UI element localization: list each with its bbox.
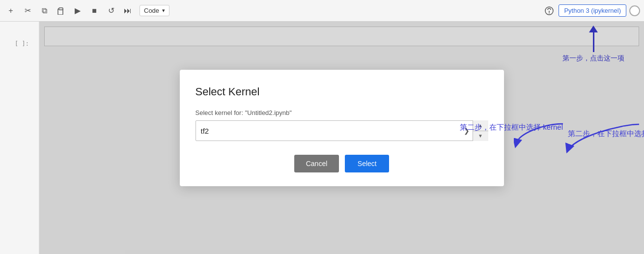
kernel-dropdown[interactable]: tf2 Python 3 (ipykernel) Python 3 — [196, 120, 488, 141]
stop-button[interactable]: ■ — [87, 4, 101, 18]
dialog-subtitle: Select kernel for: "Untitled2.ipynb" — [196, 109, 488, 116]
restart-button[interactable]: ↺ — [104, 4, 118, 18]
kernel-select-wrapper: tf2 Python 3 (ipykernel) Python 3 ❯ ▲ ▼ — [196, 120, 488, 141]
toolbar: + ✂ ⧉ ▶ ■ ↺ ⏭ Code ▾ Python 3 (ipykernel… — [0, 0, 644, 22]
user-avatar[interactable] — [629, 5, 640, 16]
add-button[interactable]: + — [4, 4, 18, 18]
svg-rect-1 — [59, 8, 63, 10]
scroll-down-icon[interactable]: ▼ — [473, 131, 488, 141]
kernel-button[interactable]: Python 3 (ipykernel) — [559, 4, 626, 17]
cell-type-label: Code — [144, 7, 159, 14]
chevron-down-icon: ▾ — [162, 7, 165, 14]
fast-forward-button[interactable]: ⏭ — [121, 4, 135, 18]
debug-icon[interactable] — [543, 4, 556, 17]
annotation2-arrow-svg — [514, 119, 568, 148]
copy-button[interactable]: ⧉ — [37, 4, 51, 18]
scroll-up-icon[interactable]: ▲ — [473, 120, 488, 131]
select-button[interactable]: Select — [345, 155, 389, 172]
cancel-button[interactable]: Cancel — [294, 155, 339, 172]
dialog-buttons: Cancel Select — [196, 155, 488, 172]
cut-button[interactable]: ✂ — [21, 4, 34, 18]
annotation2-text: 第二步，在下拉框中选择 kernel — [568, 129, 644, 139]
modal-overlay: Select Kernel Select kernel for: "Untitl… — [39, 22, 644, 254]
paste-button[interactable] — [54, 4, 68, 18]
cell-label: [ ]: — [0, 30, 35, 47]
editor-area: 第一步，点击这一项 Select Kernel Select kernel fo… — [39, 22, 644, 254]
scroll-arrows: ▲ ▼ — [473, 120, 488, 141]
cell-gutter: [ ]: — [0, 22, 39, 254]
svg-point-4 — [549, 13, 550, 14]
main-area: [ ]: 第一步，点击这一项 Select Kernel Select kern… — [0, 22, 644, 254]
dialog-title: Select Kernel — [196, 85, 488, 98]
cell-type-select[interactable]: Code ▾ — [140, 5, 169, 16]
run-button[interactable]: ▶ — [71, 4, 84, 18]
select-kernel-dialog: Select Kernel Select kernel for: "Untitl… — [180, 70, 504, 186]
annotation2: 第二步，在下拉框中选择 kernel — [514, 119, 644, 148]
